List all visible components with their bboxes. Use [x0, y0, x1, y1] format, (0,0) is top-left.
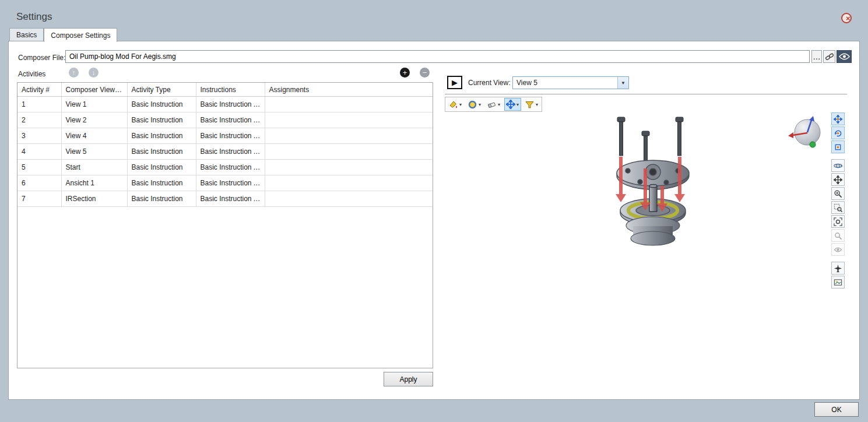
viewport-image-button[interactable]: [831, 276, 845, 289]
cell-instructions: Basic Instruction A...: [196, 191, 265, 207]
move-activity-down-button[interactable]: ↓: [89, 68, 99, 78]
remove-activity-button[interactable]: −: [420, 68, 430, 78]
close-button[interactable]: ×: [841, 13, 852, 23]
plus-icon: +: [403, 68, 407, 77]
tab-basics-label: Basics: [16, 31, 37, 39]
cell-composer-view: View 1: [61, 97, 127, 112]
apply-button-label: Apply: [399, 375, 417, 384]
cell-activity-number: 1: [17, 97, 61, 112]
tab-bar: Basics Composer Settings: [9, 27, 117, 41]
cell-activity-number: 2: [17, 112, 61, 128]
table-row[interactable]: 7 IRSection Basic Instruction Basic Inst…: [17, 191, 433, 207]
transform-rotate-button[interactable]: [831, 126, 845, 139]
color-tool-button[interactable]: ▾: [447, 98, 464, 111]
cell-instructions: Basic Instruction A...: [196, 144, 265, 160]
current-view-label: Current View:: [468, 79, 510, 87]
rotate-icon: [834, 129, 842, 138]
transform-free-drag-button[interactable]: [831, 140, 845, 153]
table-row[interactable]: 2 View 2 Basic Instruction Basic Instruc…: [17, 112, 433, 128]
cell-activity-type: Basic Instruction: [127, 97, 196, 112]
filter-tool-button[interactable]: ▾: [523, 98, 540, 111]
cell-instructions: Basic Instruction A...: [196, 175, 265, 191]
fly-through-button[interactable]: [831, 262, 845, 275]
zoom-selection-icon: [834, 231, 842, 240]
cell-activity-type: Basic Instruction: [127, 128, 196, 144]
table-row[interactable]: 4 View 5 Basic Instruction Basic Instruc…: [17, 144, 433, 160]
cell-assignments: [265, 160, 433, 175]
eraser-tool-button[interactable]: ▾: [485, 98, 502, 111]
current-view-combobox[interactable]: View 5 ▼: [512, 76, 629, 89]
tab-composer-settings[interactable]: Composer Settings: [44, 28, 117, 42]
eye-icon: [839, 53, 850, 60]
zoom-area-button[interactable]: [831, 201, 845, 214]
view-navigation-sphere[interactable]: [788, 115, 825, 152]
table-row[interactable]: 3 View 4 Basic Instruction Basic Instruc…: [17, 128, 433, 144]
zoom-area-icon: [834, 203, 842, 212]
paint-tool-icon: [448, 100, 458, 110]
composer-file-label: Composer File:: [18, 54, 65, 62]
link-file-button[interactable]: [823, 50, 835, 63]
move-tool-button[interactable]: ▾: [504, 98, 521, 111]
zoom-selection-button[interactable]: [831, 229, 845, 242]
cell-activity-number: 3: [17, 128, 61, 144]
view-control-toolbar: [831, 112, 845, 289]
play-button[interactable]: ▶: [447, 76, 462, 89]
cell-instructions: Basic Instruction A...: [196, 97, 265, 112]
cell-instructions: Basic Instruction A...: [196, 160, 265, 175]
zoom-fit-icon: [834, 217, 842, 226]
orbit-button[interactable]: [831, 159, 845, 172]
cell-activity-type: Basic Instruction: [127, 144, 196, 160]
transform-translate-button[interactable]: [831, 112, 845, 125]
viewer-separator: [445, 94, 847, 94]
cell-activity-type: Basic Instruction: [127, 160, 196, 175]
cell-assignments: [265, 128, 433, 144]
cell-activity-number: 6: [17, 175, 61, 191]
eraser-icon: [487, 100, 497, 110]
composer-settings-panel: Composer File: … Activities ↑ ↓ + −: [8, 41, 860, 400]
zoom-fit-button[interactable]: [831, 215, 845, 228]
airplane-icon: [834, 264, 842, 273]
col-instructions: Instructions: [196, 83, 265, 97]
cell-instructions: Basic Instruction A...: [196, 112, 265, 128]
cell-assignments: [265, 112, 433, 128]
move-tool-caret-icon: ▾: [516, 102, 519, 107]
ok-button[interactable]: OK: [814, 402, 859, 417]
table-row[interactable]: 1 View 1 Basic Instruction Basic Instruc…: [17, 97, 433, 112]
orbit-icon: [834, 161, 842, 170]
toolbar-divider: [831, 257, 845, 261]
move-tool-icon: [506, 100, 515, 109]
free-drag-icon: [834, 143, 842, 152]
cell-composer-view: View 2: [61, 112, 127, 128]
activities-label: Activities: [18, 70, 45, 78]
zoom-button[interactable]: [831, 187, 845, 200]
current-view-value: View 5: [513, 77, 617, 89]
arrow-down-icon: ↓: [92, 69, 96, 76]
activities-table: Activity # Composer View(s) Activity Typ…: [17, 82, 433, 368]
render-mode-icon: [468, 100, 477, 110]
render-mode-tool-button[interactable]: ▾: [466, 98, 483, 111]
cell-activity-number: 7: [17, 191, 61, 207]
chevron-down-icon: ▼: [621, 80, 625, 86]
table-header-row: Activity # Composer View(s) Activity Typ…: [17, 83, 433, 97]
combobox-dropdown-button[interactable]: ▼: [617, 77, 628, 89]
add-activity-button[interactable]: +: [400, 68, 410, 78]
3d-viewport[interactable]: [445, 112, 831, 399]
arrow-up-icon: ↑: [72, 69, 76, 76]
viewport-toolbar: ▾ ▾ ▾ ▾: [445, 97, 542, 112]
table-row[interactable]: 6 Ansicht 1 Basic Instruction Basic Inst…: [17, 175, 433, 191]
tab-basics[interactable]: Basics: [9, 28, 44, 41]
browse-ellipsis-icon: …: [813, 52, 820, 61]
col-activity-number: Activity #: [17, 83, 61, 97]
composer-file-input[interactable]: [65, 50, 810, 63]
cell-assignments: [265, 97, 433, 112]
pan-icon: [834, 175, 842, 184]
browse-button[interactable]: …: [811, 50, 822, 63]
move-activity-up-button[interactable]: ↑: [69, 68, 79, 78]
cell-composer-view: Start: [61, 160, 127, 175]
pan-button[interactable]: [831, 173, 845, 186]
preview-button[interactable]: [837, 50, 852, 63]
apply-button[interactable]: Apply: [384, 372, 433, 386]
table-row[interactable]: 5 Start Basic Instruction Basic Instruct…: [17, 160, 433, 175]
look-around-button[interactable]: [831, 243, 845, 256]
cell-activity-type: Basic Instruction: [127, 175, 196, 191]
